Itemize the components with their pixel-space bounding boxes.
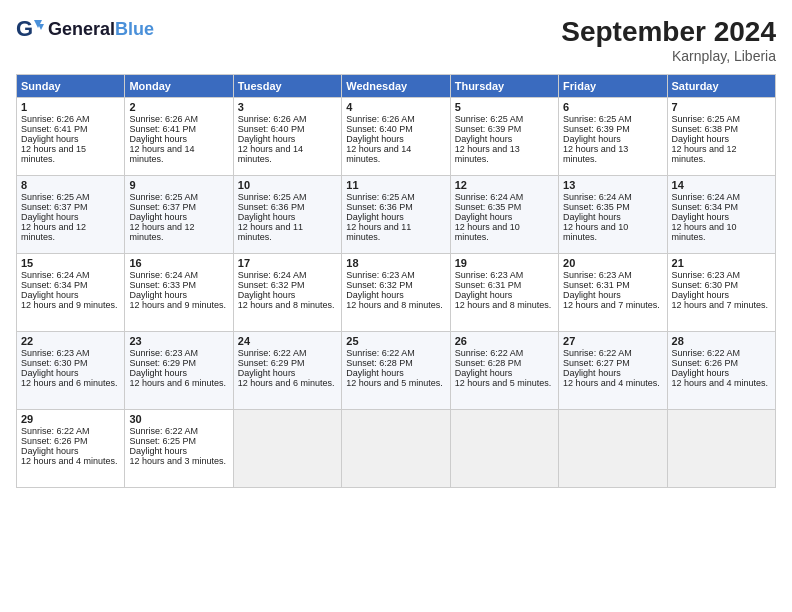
sunrise-text: Sunrise: 6:25 AM: [455, 114, 554, 124]
sunrise-text: Sunrise: 6:25 AM: [21, 192, 120, 202]
sunrise-text: Sunrise: 6:23 AM: [563, 270, 662, 280]
sunset-text: Sunset: 6:39 PM: [455, 124, 554, 134]
sunset-text: Sunset: 6:34 PM: [672, 202, 771, 212]
day-number: 16: [129, 257, 228, 269]
daylight-value: 12 hours and 7 minutes.: [563, 300, 662, 310]
calendar-cell: 8Sunrise: 6:25 AMSunset: 6:37 PMDaylight…: [17, 176, 125, 254]
daylight-value: 12 hours and 15 minutes.: [21, 144, 120, 164]
daylight-label: Daylight hours: [238, 290, 337, 300]
calendar-cell: 3Sunrise: 6:26 AMSunset: 6:40 PMDaylight…: [233, 98, 341, 176]
daylight-label: Daylight hours: [455, 290, 554, 300]
day-number: 3: [238, 101, 337, 113]
sunset-text: Sunset: 6:30 PM: [21, 358, 120, 368]
sunrise-text: Sunrise: 6:25 AM: [129, 192, 228, 202]
daylight-label: Daylight hours: [21, 290, 120, 300]
header-wednesday: Wednesday: [342, 75, 450, 98]
day-number: 30: [129, 413, 228, 425]
daylight-label: Daylight hours: [563, 290, 662, 300]
daylight-label: Daylight hours: [455, 368, 554, 378]
daylight-label: Daylight hours: [455, 134, 554, 144]
daylight-value: 12 hours and 14 minutes.: [346, 144, 445, 164]
sunset-text: Sunset: 6:36 PM: [238, 202, 337, 212]
calendar-week-row: 22Sunrise: 6:23 AMSunset: 6:30 PMDayligh…: [17, 332, 776, 410]
day-number: 22: [21, 335, 120, 347]
daylight-label: Daylight hours: [672, 134, 771, 144]
calendar-cell: 21Sunrise: 6:23 AMSunset: 6:30 PMDayligh…: [667, 254, 775, 332]
daylight-value: 12 hours and 6 minutes.: [21, 378, 120, 388]
calendar-cell: 6Sunrise: 6:25 AMSunset: 6:39 PMDaylight…: [559, 98, 667, 176]
logo-text: GeneralBlue: [48, 20, 154, 40]
sunset-text: Sunset: 6:30 PM: [672, 280, 771, 290]
header-friday: Friday: [559, 75, 667, 98]
weekday-header-row: Sunday Monday Tuesday Wednesday Thursday…: [17, 75, 776, 98]
sunrise-text: Sunrise: 6:23 AM: [455, 270, 554, 280]
daylight-label: Daylight hours: [563, 368, 662, 378]
sunrise-text: Sunrise: 6:25 AM: [346, 192, 445, 202]
daylight-value: 12 hours and 11 minutes.: [238, 222, 337, 242]
day-number: 28: [672, 335, 771, 347]
calendar-cell: 18Sunrise: 6:23 AMSunset: 6:32 PMDayligh…: [342, 254, 450, 332]
day-number: 23: [129, 335, 228, 347]
sunrise-text: Sunrise: 6:23 AM: [21, 348, 120, 358]
daylight-label: Daylight hours: [563, 212, 662, 222]
day-number: 21: [672, 257, 771, 269]
calendar-week-row: 15Sunrise: 6:24 AMSunset: 6:34 PMDayligh…: [17, 254, 776, 332]
daylight-value: 12 hours and 6 minutes.: [129, 378, 228, 388]
daylight-value: 12 hours and 7 minutes.: [672, 300, 771, 310]
day-number: 6: [563, 101, 662, 113]
calendar-cell: [559, 410, 667, 488]
daylight-label: Daylight hours: [346, 134, 445, 144]
sunset-text: Sunset: 6:33 PM: [129, 280, 228, 290]
sunset-text: Sunset: 6:41 PM: [129, 124, 228, 134]
daylight-value: 12 hours and 5 minutes.: [346, 378, 445, 388]
daylight-label: Daylight hours: [129, 446, 228, 456]
sunrise-text: Sunrise: 6:24 AM: [563, 192, 662, 202]
calendar-cell: 19Sunrise: 6:23 AMSunset: 6:31 PMDayligh…: [450, 254, 558, 332]
sunset-text: Sunset: 6:32 PM: [238, 280, 337, 290]
calendar-cell: [450, 410, 558, 488]
sunset-text: Sunset: 6:38 PM: [672, 124, 771, 134]
sunrise-text: Sunrise: 6:23 AM: [672, 270, 771, 280]
daylight-label: Daylight hours: [346, 212, 445, 222]
daylight-value: 12 hours and 13 minutes.: [563, 144, 662, 164]
sunrise-text: Sunrise: 6:26 AM: [346, 114, 445, 124]
header-saturday: Saturday: [667, 75, 775, 98]
sunset-text: Sunset: 6:40 PM: [346, 124, 445, 134]
daylight-value: 12 hours and 12 minutes.: [21, 222, 120, 242]
sunset-text: Sunset: 6:28 PM: [346, 358, 445, 368]
logo-icon: G: [16, 16, 44, 44]
calendar-cell: 27Sunrise: 6:22 AMSunset: 6:27 PMDayligh…: [559, 332, 667, 410]
svg-text:G: G: [16, 16, 33, 41]
day-number: 15: [21, 257, 120, 269]
day-number: 5: [455, 101, 554, 113]
daylight-value: 12 hours and 5 minutes.: [455, 378, 554, 388]
header-thursday: Thursday: [450, 75, 558, 98]
calendar-cell: 1Sunrise: 6:26 AMSunset: 6:41 PMDaylight…: [17, 98, 125, 176]
day-number: 29: [21, 413, 120, 425]
daylight-label: Daylight hours: [346, 368, 445, 378]
day-number: 19: [455, 257, 554, 269]
daylight-value: 12 hours and 13 minutes.: [455, 144, 554, 164]
calendar-cell: 29Sunrise: 6:22 AMSunset: 6:26 PMDayligh…: [17, 410, 125, 488]
daylight-label: Daylight hours: [129, 290, 228, 300]
daylight-label: Daylight hours: [672, 290, 771, 300]
day-number: 4: [346, 101, 445, 113]
sunset-text: Sunset: 6:27 PM: [563, 358, 662, 368]
daylight-label: Daylight hours: [455, 212, 554, 222]
logo: G GeneralBlue: [16, 16, 154, 44]
daylight-value: 12 hours and 10 minutes.: [563, 222, 662, 242]
sunset-text: Sunset: 6:29 PM: [129, 358, 228, 368]
calendar-cell: [233, 410, 341, 488]
sunrise-text: Sunrise: 6:22 AM: [238, 348, 337, 358]
daylight-value: 12 hours and 4 minutes.: [563, 378, 662, 388]
sunrise-text: Sunrise: 6:22 AM: [455, 348, 554, 358]
sunrise-text: Sunrise: 6:25 AM: [672, 114, 771, 124]
daylight-label: Daylight hours: [238, 368, 337, 378]
header: G GeneralBlue September 2024 Karnplay, L…: [16, 16, 776, 64]
sunrise-text: Sunrise: 6:22 AM: [563, 348, 662, 358]
day-number: 14: [672, 179, 771, 191]
daylight-value: 12 hours and 12 minutes.: [129, 222, 228, 242]
calendar-cell: 28Sunrise: 6:22 AMSunset: 6:26 PMDayligh…: [667, 332, 775, 410]
day-number: 13: [563, 179, 662, 191]
calendar-cell: 12Sunrise: 6:24 AMSunset: 6:35 PMDayligh…: [450, 176, 558, 254]
